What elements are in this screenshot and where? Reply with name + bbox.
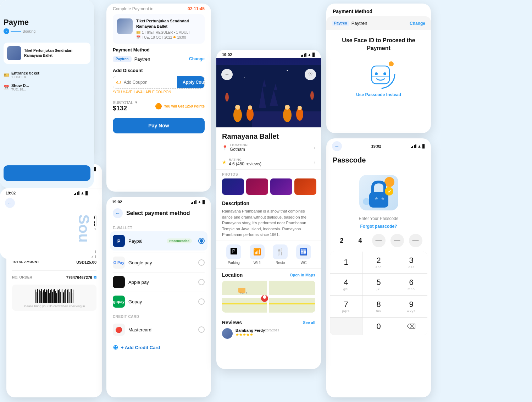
credit-card-section-label: CREDIT CARD xyxy=(106,311,211,320)
tag-icon: 🏷 xyxy=(116,79,121,85)
svg-rect-36 xyxy=(372,66,389,84)
googlepay-radio[interactable] xyxy=(198,259,205,266)
svg-point-40 xyxy=(389,61,394,66)
key-2[interactable]: 2 abc xyxy=(362,252,395,273)
parking-label: Parking xyxy=(228,261,240,265)
pay-now-button[interactable]: Pay Now xyxy=(113,118,205,133)
coupon-icon-area: 🏷 xyxy=(113,76,124,88)
plus-icon: ⊕ xyxy=(113,343,118,351)
key-number: 2 xyxy=(376,256,381,265)
reviewer-date: 25/5/2019 xyxy=(265,329,279,332)
passcode-dot-2: 4 xyxy=(354,234,367,247)
ticket-icon: 🎫 xyxy=(4,72,9,78)
favorite-button[interactable]: ♡ xyxy=(305,69,316,80)
total-fee-row: TOTAL AMOUNT USD125.00 xyxy=(12,260,96,264)
applepay-radio[interactable] xyxy=(198,279,205,285)
event-mini-card: Tiket Pertunjukan Sendratari Ramayana Ba… xyxy=(4,43,90,64)
photo-thumb[interactable] xyxy=(222,178,244,195)
event-mini-info: Tiket Pertunjukan Sendratari Ramayana Ba… xyxy=(24,48,87,58)
key-empty xyxy=(330,318,362,335)
rating-row[interactable]: ★ RATING 4.6 (450 reviews) › xyxy=(216,155,321,170)
key-number: 0 xyxy=(376,322,381,331)
photo-thumb[interactable] xyxy=(294,178,316,195)
photo-thumb[interactable] xyxy=(246,178,268,195)
discount-section: Add Discount 🏷 Apply Coupon *YOU HAVE 1 … xyxy=(106,64,211,98)
key-9[interactable]: 9 wxyz xyxy=(395,296,427,317)
calendar-icon: 📅 xyxy=(136,35,140,39)
svg-point-22 xyxy=(285,105,290,110)
passcode-dot-1: 2 xyxy=(335,234,349,247)
method-name: Paytren xyxy=(351,21,367,26)
open-maps-link[interactable]: Open in Maps xyxy=(290,273,315,277)
photos-section: PHOTOS xyxy=(216,170,321,198)
key-5[interactable]: 5 jkl xyxy=(362,274,395,295)
battery-icon: ▊ xyxy=(312,53,315,57)
paypal-radio[interactable] xyxy=(198,238,205,244)
use-passcode-link[interactable]: Use Passcode Instead xyxy=(332,92,425,97)
mastercard-radio[interactable] xyxy=(198,326,205,333)
apply-coupon-button[interactable]: Apply Coupon xyxy=(177,76,205,88)
location-row[interactable]: 📍 LOCATION Gotham › xyxy=(216,141,321,155)
mastercard-option[interactable]: 🔴 Mastercard xyxy=(106,320,211,339)
key-number: 5 xyxy=(376,278,381,287)
add-credit-card-button[interactable]: ⊕ + Add Credit Card xyxy=(106,339,211,356)
change-link[interactable]: Change xyxy=(410,21,425,26)
battery-icon: ▊ xyxy=(422,144,425,148)
key-4[interactable]: 4 ghi xyxy=(330,274,362,295)
status-icons: ▲ ▊ xyxy=(411,144,425,148)
gopay-name: Gopay xyxy=(128,299,142,304)
paypal-left: P Paypal xyxy=(113,235,143,247)
partial-blue-button[interactable] xyxy=(4,165,90,181)
event-name: Tiket Pertunjukan Sendratari Ramayana Ba… xyxy=(136,18,200,29)
event-mini-name: Tiket Pertunjukan Sendratari Ramayana Ba… xyxy=(24,48,87,58)
select-payment-screen: 19:02 ▲ ▊ ← Select payment method E-WALL… xyxy=(106,197,211,397)
resto-amenity: 🍴 Resto xyxy=(273,244,288,265)
back-button[interactable]: ← xyxy=(332,141,342,151)
gopay-option[interactable]: gopay Gopay xyxy=(106,292,211,311)
back-button[interactable]: ← xyxy=(221,69,233,80)
wifi-label: Wi-fi xyxy=(254,261,261,265)
divider xyxy=(12,270,96,271)
calendar-icon: 📅 xyxy=(4,85,9,90)
key-7[interactable]: 7 pqrs xyxy=(330,296,362,317)
googlepay-option[interactable]: G Pay Google pay xyxy=(106,253,211,272)
reviewer-name: Bambang Ferdy xyxy=(235,328,265,332)
photo-thumb[interactable] xyxy=(270,178,292,195)
key-3[interactable]: 3 def xyxy=(395,252,427,273)
status-icons: ▲ ▊ xyxy=(191,200,205,204)
see-all-link[interactable]: See all xyxy=(303,320,315,325)
amenities-row: 🅿 Parking 📶 Wi-fi 🍴 Resto 🚻 WC xyxy=(216,241,321,269)
mastercard-name: Mastercard xyxy=(128,327,151,332)
time-display: 19:02 xyxy=(6,191,16,195)
key-8[interactable]: 8 tuv xyxy=(362,296,395,317)
coupon-input[interactable] xyxy=(124,76,177,88)
key-6[interactable]: 6 mno xyxy=(395,274,427,295)
back-button[interactable]: ← xyxy=(113,208,123,218)
paypal-option[interactable]: P Paypal Recomended xyxy=(110,231,207,250)
wc-amenity: 🚻 WC xyxy=(296,244,311,265)
key-letters: wxyz xyxy=(407,309,416,313)
back-button[interactable]: ← xyxy=(5,198,15,208)
forgot-passcode-link[interactable]: Forgot passcode? xyxy=(326,223,431,231)
wifi-amenity: 📶 Wi-fi xyxy=(250,244,265,265)
key-number: 9 xyxy=(409,300,413,309)
gopay-radio[interactable] xyxy=(198,298,205,305)
battery-icon: ▊ xyxy=(85,191,88,195)
header-row: ← Select payment method xyxy=(106,205,211,222)
wc-icon: 🚻 xyxy=(296,244,311,259)
payment-method-section-label: Payment Method xyxy=(106,44,211,54)
svg-rect-43 xyxy=(369,192,388,208)
keypad: 1 2 abc 3 def 4 ghi 5 jkl 6 mno 7 pqrs xyxy=(330,252,427,335)
subtotal-amount: $132 xyxy=(113,105,138,112)
copy-icon[interactable]: ⧉ xyxy=(94,275,96,280)
key-delete[interactable]: ⌫ xyxy=(395,318,427,335)
show-date-mini-value: TUE, 18... xyxy=(11,88,29,91)
key-1[interactable]: 1 xyxy=(330,252,362,273)
reviews-section: Reviews See all Bambang Ferdy 25/5/2019 … xyxy=(216,316,321,342)
key-0[interactable]: 0 xyxy=(362,318,395,335)
order-number: 776476467276 ⧉ xyxy=(66,275,96,280)
svg-point-38 xyxy=(383,72,386,75)
change-method-link[interactable]: Change xyxy=(189,56,205,61)
enter-passcode-label: Enter Your Passcode xyxy=(326,214,431,223)
applepay-option[interactable]: Apple pay xyxy=(106,272,211,292)
